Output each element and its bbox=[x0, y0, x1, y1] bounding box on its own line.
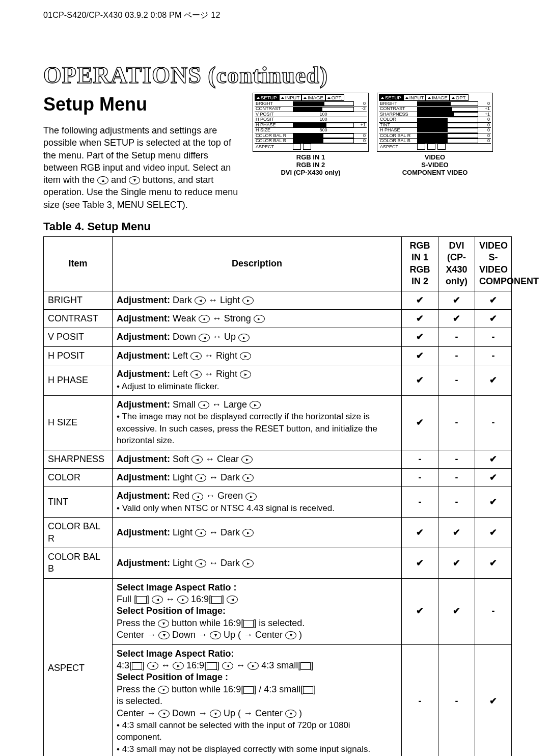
intro-text: The following adjustments and settings a… bbox=[43, 124, 242, 211]
table-row: H PHASEAdjustment: Left ◂ ↔ Right ▸• Adj… bbox=[44, 365, 512, 396]
section-heading: Setup Menu bbox=[43, 94, 244, 115]
table-row: COLOR BAL BAdjustment: Light ◂ ↔ Dark ▸✔… bbox=[44, 548, 512, 578]
down-button-icon: ▾ bbox=[129, 176, 140, 184]
table-row: COLOR BAL RAdjustment: Light ◂ ↔ Dark ▸✔… bbox=[44, 518, 512, 548]
table-row: Select Image Aspect Ratio:4:3[] ◂ ↔ ▸ 16… bbox=[44, 644, 512, 756]
menu-caption-video: VIDEOS-VIDEOCOMPONENT VIDEO bbox=[377, 154, 493, 177]
table-row: COLORAdjustment: Light ◂ ↔ Dark ▸--✔ bbox=[44, 468, 512, 487]
table-row: SHARPNESSAdjustment: Soft ◂ ↔ Clear ▸--✔ bbox=[44, 450, 512, 468]
setup-table: Item Description RGB IN 1RGB IN 2 DVI(CP… bbox=[43, 236, 512, 756]
table-row: H POSITAdjustment: Left ◂ ↔ Right ▸✔-- bbox=[44, 346, 512, 365]
menu-caption-rgb: RGB IN 1RGB IN 2DVI (CP-X430 only) bbox=[253, 154, 369, 177]
th-item: Item bbox=[44, 237, 113, 291]
table-caption: Table 4. Setup Menu bbox=[43, 220, 244, 233]
th-dvi: DVI(CP-X430only) bbox=[438, 237, 475, 291]
running-head: 01CP-S420/CP-X430 03.9.2 0:08 PM ページ 12 bbox=[43, 10, 512, 21]
menu-screenshot-video: SETUP INPUT IMAGE OPT. BRIGHT0CONTRAST+1… bbox=[377, 93, 493, 152]
th-video: VIDEOS-VIDEOCOMPONENT bbox=[475, 237, 512, 291]
up-button-icon: ▴ bbox=[97, 176, 108, 184]
table-row: BRIGHTAdjustment: Dark ◂ ↔ Light ▸✔✔✔ bbox=[44, 291, 512, 309]
table-row: H SIZEAdjustment: Small ◂ ↔ Large ▸• The… bbox=[44, 395, 512, 450]
th-desc: Description bbox=[113, 237, 402, 291]
table-row: CONTRASTAdjustment: Weak ◂ ↔ Strong ▸✔✔✔ bbox=[44, 310, 512, 328]
menu-screenshots: SETUP INPUT IMAGE OPT. BRIGHT0CONTRAST-2… bbox=[253, 92, 512, 177]
table-row: ASPECTSelect Image Aspect Ratio :Full []… bbox=[44, 578, 512, 644]
table-row: V POSITAdjustment: Down ◂ ↔ Up ▸✔-- bbox=[44, 328, 512, 346]
table-row: TINTAdjustment: Red ◂ ↔ Green ▸• Valid o… bbox=[44, 487, 512, 518]
menu-screenshot-rgb: SETUP INPUT IMAGE OPT. BRIGHT0CONTRAST-2… bbox=[253, 93, 369, 152]
page-title: OPERATIONS (continued) bbox=[43, 62, 512, 89]
th-rgb: RGB IN 1RGB IN 2 bbox=[402, 237, 438, 291]
